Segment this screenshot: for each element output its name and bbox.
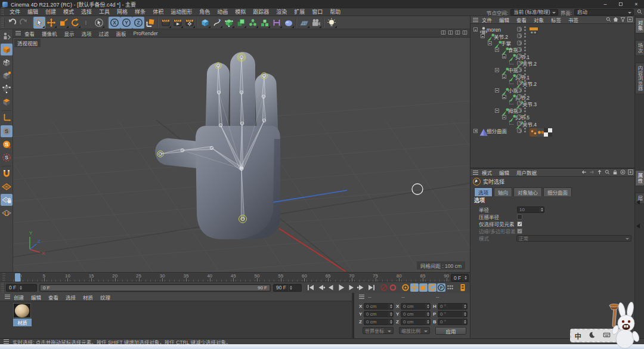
plusbox-icon[interactable] xyxy=(627,16,633,24)
om-menu-item-1[interactable]: 编辑 xyxy=(496,16,513,23)
material-menu-item-5[interactable]: 纹理 xyxy=(97,294,114,301)
solo-animation-button[interactable] xyxy=(459,283,467,292)
enable-toggle[interactable] xyxy=(517,61,522,66)
undo-button[interactable] xyxy=(6,17,18,29)
visibility-dots[interactable] xyxy=(524,33,526,38)
visibility-dots[interactable] xyxy=(524,114,526,119)
expand-toggle[interactable] xyxy=(502,95,506,99)
enable-toggle[interactable] xyxy=(517,41,522,45)
visibility-dots[interactable] xyxy=(524,94,526,98)
param-checkbox[interactable] xyxy=(517,228,522,234)
goto-previous-frame-button[interactable] xyxy=(326,283,336,292)
menu-item-11[interactable]: 动画 xyxy=(213,8,231,16)
menu-icon[interactable] xyxy=(16,31,21,35)
object-row-关节.2[interactable]: 关节.2 xyxy=(470,33,635,39)
maximize-button[interactable] xyxy=(613,0,628,8)
record-active-objects-button[interactable] xyxy=(380,283,388,292)
pane-layout-icon[interactable] xyxy=(455,30,460,36)
visibility-dots[interactable] xyxy=(524,26,526,31)
size-mode-select[interactable]: 缩放比例 xyxy=(399,327,430,334)
menu-item-7[interactable]: 样条 xyxy=(131,8,149,16)
param-checkbox[interactable] xyxy=(517,221,522,227)
object-row-关节.3[interactable]: 关节.3 xyxy=(470,100,635,107)
enable-toggle[interactable] xyxy=(517,121,522,126)
object-row-关节.1[interactable]: 关节.1 xyxy=(470,73,635,80)
coordinate-value-field[interactable]: 0 ° xyxy=(438,319,467,325)
render-view-button[interactable] xyxy=(160,17,172,29)
attribute-tab-2[interactable]: 对象轴心 xyxy=(513,187,542,196)
object-row-关节.2[interactable]: 关节.2 xyxy=(470,94,635,100)
object-row-关节.1[interactable]: 关节.1 xyxy=(470,53,635,60)
ime-language-button[interactable]: 中 xyxy=(575,331,581,341)
menu-item-13[interactable]: 跟踪器 xyxy=(249,8,273,16)
arrow-left-icon[interactable] xyxy=(581,169,587,177)
material-menu-item-4[interactable]: 材质 xyxy=(79,294,97,301)
menu-item-1[interactable]: 编辑 xyxy=(24,8,42,16)
am-menu-item-0[interactable]: 模式 xyxy=(478,169,496,176)
keyframe-rotation-button[interactable] xyxy=(428,283,436,292)
object-label[interactable]: 关节.2 xyxy=(494,33,508,40)
timeline-playhead[interactable] xyxy=(15,273,20,282)
object-row-关节.2[interactable]: 关节.2 xyxy=(470,60,635,67)
visibility-dots[interactable] xyxy=(524,60,526,65)
snap-settings[interactable]: S xyxy=(1,138,13,150)
object-row-食指[interactable]: 食指 xyxy=(470,47,635,53)
object-row-拇指[interactable]: 拇指 xyxy=(470,107,635,114)
coordinate-value-field[interactable]: 0 ° xyxy=(438,311,467,317)
visibility-dots[interactable] xyxy=(524,73,526,78)
object-row-细分曲面[interactable]: 细分曲面 xyxy=(470,128,635,134)
visibility-dots[interactable] xyxy=(524,53,526,58)
goto-start-button[interactable] xyxy=(305,283,315,292)
param-number-field[interactable]: 10 xyxy=(517,206,544,213)
menu-item-10[interactable]: 角色 xyxy=(196,8,213,16)
menu-icon[interactable] xyxy=(359,295,364,299)
node-space-select[interactable]: 当前 (标准/物理) xyxy=(510,9,558,16)
menu-item-4[interactable]: 选择 xyxy=(78,8,95,16)
menu-item-12[interactable]: 模拟 xyxy=(231,8,249,16)
filter-icon[interactable] xyxy=(620,16,626,24)
goto-end-button[interactable] xyxy=(366,283,376,292)
weights-dots-tag[interactable] xyxy=(536,128,542,134)
render-picture-viewer-button[interactable] xyxy=(172,17,184,29)
timeline-ruler[interactable]: 051015202530354045505560657075808590 0 F xyxy=(0,272,470,282)
om-menu-item-2[interactable]: 查看 xyxy=(513,16,530,23)
add-simulate-object[interactable] xyxy=(283,17,295,29)
visibility-dots[interactable] xyxy=(524,100,526,105)
search-icon[interactable] xyxy=(636,8,643,16)
coordinate-value-field[interactable]: 0 cm xyxy=(401,319,431,325)
menu-icon[interactable] xyxy=(4,339,9,344)
enable-axis-mode[interactable] xyxy=(1,112,13,124)
keyframe-position-button[interactable] xyxy=(410,283,419,292)
material-menu-item-1[interactable]: 编辑 xyxy=(27,294,45,301)
enable-toggle[interactable] xyxy=(517,54,522,58)
lock-icon[interactable] xyxy=(612,169,618,177)
apply-button[interactable]: 应用 xyxy=(435,327,466,335)
quantize-snap[interactable]: S xyxy=(1,152,13,163)
add-spline-pen[interactable] xyxy=(211,17,223,29)
model-mode[interactable] xyxy=(1,44,13,55)
object-label[interactable]: 手掌 xyxy=(501,39,511,47)
autokeying-button[interactable] xyxy=(389,283,397,292)
viewport-perspective[interactable]: Y X Z 透视视图 网格间距 : 100 cm xyxy=(13,38,470,272)
frame-range-slider[interactable]: 0 F 90 F xyxy=(39,284,271,292)
live-selection-tool[interactable] xyxy=(33,17,45,29)
material-menu-item-0[interactable]: 创建 xyxy=(10,294,27,301)
enable-toggle[interactable] xyxy=(517,115,522,119)
coordinate-value-field[interactable]: 0 cm xyxy=(364,319,394,325)
pane-layout-icon[interactable] xyxy=(441,30,446,36)
attribute-tab-3[interactable]: 细分曲面 xyxy=(543,187,572,196)
lock-y-axis[interactable]: Y xyxy=(120,17,132,29)
viewport-menu-item-0[interactable]: 查看 xyxy=(21,30,38,37)
keyframe-scale-button[interactable] xyxy=(419,283,428,292)
material-name[interactable]: 材质 xyxy=(13,319,32,326)
render-settings-button[interactable] xyxy=(184,17,196,29)
scale-tool[interactable] xyxy=(57,17,69,29)
side-tab-内容浏览器[interactable]: 内容浏览器 xyxy=(635,63,644,94)
panel-collapse-arrow[interactable] xyxy=(636,224,640,228)
om-menu-item-3[interactable]: 对象 xyxy=(530,16,547,23)
polygons-mode[interactable] xyxy=(1,96,13,108)
expand-toggle[interactable] xyxy=(473,27,478,32)
palette-grip[interactable] xyxy=(1,7,5,17)
current-frame-field[interactable]: 0 F xyxy=(451,274,469,282)
expand-toggle[interactable] xyxy=(502,115,506,119)
